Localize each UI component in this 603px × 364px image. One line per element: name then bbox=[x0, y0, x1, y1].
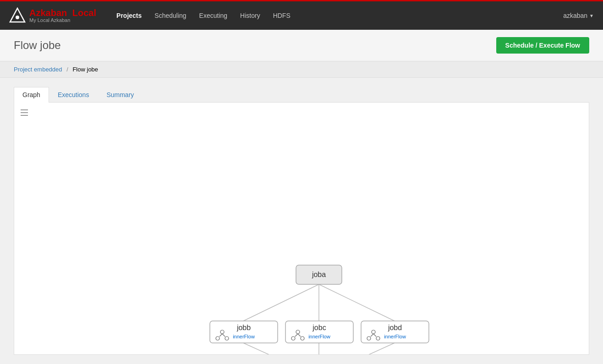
breadcrumb-flow-label: Flow bbox=[72, 66, 85, 73]
brand-local: Local bbox=[72, 8, 96, 18]
edge-jobb-jobe bbox=[243, 343, 319, 354]
node-jobb[interactable]: jobb innerFlow bbox=[210, 321, 278, 343]
edge-jobd-jobe bbox=[319, 343, 395, 354]
page-title: Flow jobe bbox=[14, 39, 61, 52]
node-joba[interactable]: joba bbox=[296, 265, 342, 284]
breadcrumb-flow-name: jobe bbox=[87, 66, 99, 73]
navbar: Azkaban Local My Local Azkaban Projects … bbox=[0, 0, 603, 30]
svg-text:jobb: jobb bbox=[236, 324, 251, 331]
nav-history[interactable]: History bbox=[234, 1, 267, 31]
main-content: Graph Executions Summary bbox=[0, 78, 603, 364]
tabs: Graph Executions Summary bbox=[14, 87, 589, 103]
nav-hdfs[interactable]: HDFS bbox=[267, 1, 297, 31]
graph-panel: joba jobb innerFlow bbox=[14, 103, 589, 355]
nav-scheduling[interactable]: Scheduling bbox=[148, 1, 192, 31]
logo-icon bbox=[9, 7, 26, 24]
svg-point-1 bbox=[16, 16, 19, 19]
brand-name: Azkaban Local bbox=[29, 8, 96, 17]
brand-text: Azkaban Local My Local Azkaban bbox=[29, 8, 96, 23]
user-caret-icon: ▼ bbox=[589, 13, 594, 18]
edge-joba-jobb bbox=[243, 284, 319, 321]
breadcrumb-project-label: Project bbox=[14, 66, 32, 73]
edge-joba-jobd bbox=[319, 284, 395, 321]
schedule-execute-button[interactable]: Schedule / Execute Flow bbox=[496, 37, 589, 54]
nav-executing[interactable]: Executing bbox=[193, 1, 234, 31]
svg-text:innerFlow: innerFlow bbox=[233, 334, 255, 339]
brand: Azkaban Local My Local Azkaban bbox=[9, 7, 96, 24]
breadcrumb: Project embedded / Flow jobe bbox=[0, 61, 603, 78]
user-menu[interactable]: azkaban ▼ bbox=[563, 12, 594, 19]
breadcrumb-project-name: embedded bbox=[34, 66, 62, 73]
nav-projects[interactable]: Projects bbox=[110, 1, 148, 31]
breadcrumb-separator: / bbox=[66, 66, 68, 73]
tab-graph[interactable]: Graph bbox=[14, 87, 49, 103]
node-jobc[interactable]: jobc innerFlow bbox=[285, 321, 353, 343]
node-jobd[interactable]: jobd innerFlow bbox=[361, 321, 429, 343]
graph-svg: joba jobb innerFlow bbox=[14, 103, 589, 354]
tab-executions[interactable]: Executions bbox=[49, 87, 98, 102]
breadcrumb-project-link[interactable]: Project embedded bbox=[14, 66, 64, 73]
svg-text:innerFlow: innerFlow bbox=[308, 334, 330, 339]
brand-subtitle: My Local Azkaban bbox=[29, 17, 96, 23]
svg-marker-0 bbox=[10, 8, 25, 22]
svg-text:jobc: jobc bbox=[312, 324, 326, 331]
svg-text:jobd: jobd bbox=[388, 324, 402, 331]
nav-links: Projects Scheduling Executing History HD… bbox=[110, 1, 563, 31]
brand-azkaban: Azkaban bbox=[29, 8, 67, 18]
username: azkaban bbox=[563, 12, 587, 19]
page-header: Flow jobe Schedule / Execute Flow bbox=[0, 30, 603, 61]
svg-text:joba: joba bbox=[312, 271, 326, 278]
svg-text:innerFlow: innerFlow bbox=[384, 334, 406, 339]
graph-svg-container: joba jobb innerFlow bbox=[14, 103, 589, 354]
tab-summary[interactable]: Summary bbox=[98, 87, 143, 102]
